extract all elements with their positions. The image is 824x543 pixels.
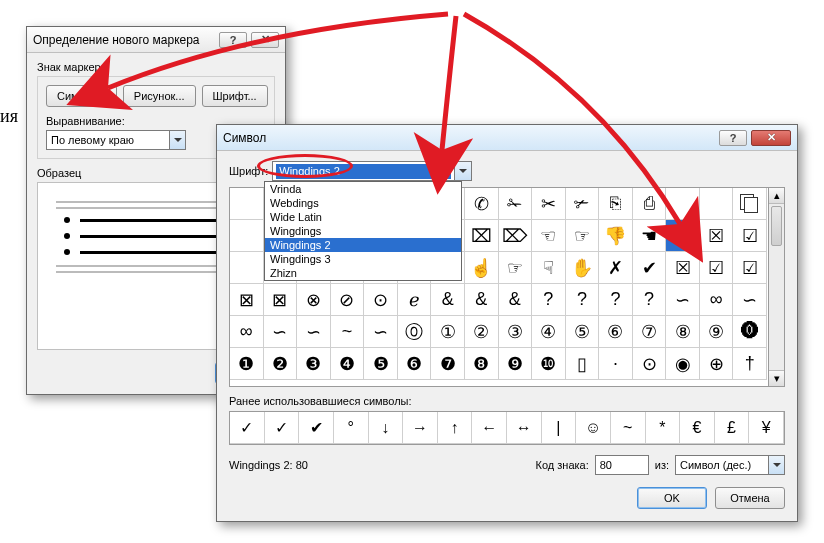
symbol-cell[interactable]: ∽ — [264, 316, 298, 348]
symbol-cell[interactable] — [230, 188, 264, 220]
font-dropdown[interactable]: Wingdings 2 — [272, 161, 472, 181]
recent-symbol-cell[interactable]: ¥ — [749, 412, 784, 444]
symbol-cell[interactable]: ⑨ — [700, 316, 734, 348]
symbol-cell[interactable]: ? — [532, 284, 566, 316]
symbol-cell[interactable]: ❹ — [331, 348, 365, 380]
from-dropdown[interactable]: Символ (дес.) — [675, 455, 785, 475]
recent-symbol-cell[interactable]: ✓ — [230, 412, 265, 444]
symbol-cell[interactable]: ☝ — [465, 252, 499, 284]
symbol-cell[interactable]: ❷ — [264, 348, 298, 380]
recent-symbol-cell[interactable]: ~ — [611, 412, 646, 444]
symbol-cell[interactable]: ❺ — [364, 348, 398, 380]
recent-symbol-cell[interactable]: ← — [472, 412, 507, 444]
recent-symbol-cell[interactable]: € — [680, 412, 715, 444]
symbol-grid-scrollbar[interactable]: ▴ ▾ — [768, 188, 784, 386]
symbol-cell[interactable]: ℯ — [398, 284, 432, 316]
recent-symbol-cell[interactable]: ↔ — [507, 412, 542, 444]
symbol-cell[interactable]: ? — [633, 284, 667, 316]
recent-symbol-cell[interactable]: ° — [334, 412, 369, 444]
symbol-cell[interactable]: ④ — [532, 316, 566, 348]
symbol-cell[interactable]: ❻ — [398, 348, 432, 380]
symbol-cell[interactable]: ❾ — [499, 348, 533, 380]
font-button[interactable]: Шрифт... — [202, 85, 268, 107]
symbol-cell[interactable]: ⑧ — [666, 316, 700, 348]
symbol-cell[interactable]: ❿ — [532, 348, 566, 380]
ok-button[interactable]: OK — [637, 487, 707, 509]
symbol-cell[interactable]: · — [599, 348, 633, 380]
symbol-cell[interactable]: ✗ — [599, 252, 633, 284]
symbol-cell[interactable]: 👎 — [599, 220, 633, 252]
font-option[interactable]: Zhizn — [265, 266, 461, 280]
symbol-cell[interactable]: ⎙ — [633, 188, 667, 220]
help-button[interactable]: ? — [219, 32, 247, 48]
symbol-cell[interactable]: ☑ — [733, 252, 767, 284]
symbol-cell[interactable]: ⌦ — [499, 220, 533, 252]
symbol-cell[interactable]: ⑤ — [566, 316, 600, 348]
recent-symbol-cell[interactable]: ↑ — [438, 412, 473, 444]
symbol-cell[interactable]: ✁ — [499, 188, 533, 220]
symbol-cell[interactable]: ⊙ — [633, 348, 667, 380]
symbol-cell[interactable]: ✂ — [532, 188, 566, 220]
symbol-cell[interactable]: ⊠ — [264, 284, 298, 316]
symbol-cell[interactable]: ✋ — [566, 252, 600, 284]
symbol-cell[interactable] — [733, 188, 767, 220]
picture-button[interactable]: Рисунок... — [123, 85, 196, 107]
recent-symbol-cell[interactable]: ✓ — [265, 412, 300, 444]
symbol-cell[interactable] — [700, 188, 734, 220]
symbol-cell[interactable]: & — [431, 284, 465, 316]
symbol-cell[interactable]: ⊘ — [331, 284, 365, 316]
symbol-cell[interactable]: ∽ — [297, 316, 331, 348]
symbol-cell[interactable]: ⑦ — [633, 316, 667, 348]
symbol-cell[interactable]: ? — [599, 284, 633, 316]
symbol-cell[interactable]: ☒ — [700, 220, 734, 252]
scroll-up-icon[interactable]: ▴ — [769, 188, 784, 204]
symbol-cell[interactable]: & — [499, 284, 533, 316]
symbol-cell[interactable]: ❶ — [230, 348, 264, 380]
symbol-cell[interactable]: ⊠ — [230, 284, 264, 316]
symbol-cell[interactable]: ▯ — [566, 348, 600, 380]
symbol-cell[interactable]: ✔ — [633, 252, 667, 284]
symbol-cell[interactable]: ∽ — [733, 284, 767, 316]
font-option[interactable]: Vrinda — [265, 182, 461, 196]
symbol-cell[interactable]: ② — [465, 316, 499, 348]
symbol-cell[interactable]: & — [465, 284, 499, 316]
symbol-cell[interactable]: ∞ — [700, 284, 734, 316]
close-icon[interactable]: ✕ — [251, 32, 279, 48]
symbol-cell[interactable]: ❼ — [431, 348, 465, 380]
symbol-cell[interactable]: ☑ — [700, 252, 734, 284]
symbol-cell[interactable] — [230, 220, 264, 252]
symbol-cell[interactable]: ❽ — [465, 348, 499, 380]
symbol-button[interactable]: Символ... — [46, 85, 117, 107]
cancel-button[interactable]: Отмена — [715, 487, 785, 509]
font-option[interactable]: Wingdings — [265, 224, 461, 238]
close-icon[interactable]: ✕ — [751, 130, 791, 146]
recent-symbol-cell[interactable]: ✔ — [299, 412, 334, 444]
symbol-cell[interactable]: ① — [431, 316, 465, 348]
symbol-cell[interactable]: ⓿ — [733, 316, 767, 348]
symbol-cell[interactable]: ☟ — [532, 252, 566, 284]
font-dropdown-list[interactable]: VrindaWebdingsWide LatinWingdingsWingdin… — [264, 181, 462, 281]
help-button[interactable]: ? — [719, 130, 747, 146]
symbol-cell[interactable]: ☚ — [633, 220, 667, 252]
code-input[interactable] — [595, 455, 649, 475]
recent-symbol-cell[interactable]: £ — [715, 412, 750, 444]
symbol-cell[interactable]: ~ — [331, 316, 365, 348]
symbol-cell[interactable]: ✆ — [465, 188, 499, 220]
symbol-cell[interactable]: ∽ — [364, 316, 398, 348]
symbol-cell[interactable]: ☞ — [499, 252, 533, 284]
symbol-cell[interactable] — [230, 252, 264, 284]
symbol-cell[interactable]: ☑ — [733, 220, 767, 252]
symbol-cell[interactable]: ☜ — [532, 220, 566, 252]
font-option[interactable]: Wide Latin — [265, 210, 461, 224]
symbol-cell[interactable]: ✃ — [566, 188, 600, 220]
symbol-cell[interactable] — [666, 188, 700, 220]
symbol-cell[interactable]: ☞ — [566, 220, 600, 252]
symbol-cell[interactable]: † — [733, 348, 767, 380]
symbol-cell[interactable]: ⌧ — [465, 220, 499, 252]
recent-symbol-cell[interactable]: | — [542, 412, 577, 444]
symbol-cell[interactable]: ☒ — [666, 252, 700, 284]
recent-symbol-cell[interactable]: ↓ — [369, 412, 404, 444]
scroll-down-icon[interactable]: ▾ — [769, 370, 784, 386]
font-option[interactable]: Wingdings 2 — [265, 238, 461, 252]
symbol-cell[interactable]: ⊗ — [297, 284, 331, 316]
